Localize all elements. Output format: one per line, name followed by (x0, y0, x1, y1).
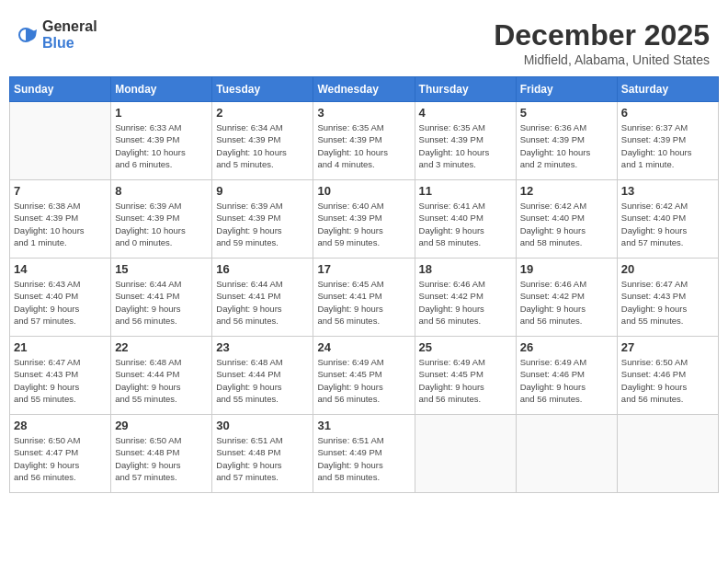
calendar-cell: 6Sunrise: 6:37 AM Sunset: 4:39 PM Daylig… (617, 102, 718, 180)
header: General Blue December 2025 Midfield, Ala… (9, 9, 719, 72)
calendar-cell: 9Sunrise: 6:39 AM Sunset: 4:39 PM Daylig… (212, 180, 313, 259)
day-number: 17 (317, 262, 410, 276)
logo-icon (18, 25, 39, 45)
month-title: December 2025 (494, 18, 710, 52)
calendar-cell: 28Sunrise: 6:50 AM Sunset: 4:47 PM Dayli… (10, 415, 111, 493)
day-number: 20 (621, 262, 714, 276)
calendar-cell: 23Sunrise: 6:48 AM Sunset: 4:44 PM Dayli… (212, 337, 313, 415)
calendar-cell: 12Sunrise: 6:42 AM Sunset: 4:40 PM Dayli… (516, 180, 617, 259)
day-number: 16 (216, 262, 309, 276)
calendar-cell: 20Sunrise: 6:47 AM Sunset: 4:43 PM Dayli… (617, 259, 718, 337)
day-number: 23 (216, 340, 309, 354)
day-info: Sunrise: 6:43 AM Sunset: 4:40 PM Dayligh… (14, 278, 107, 327)
calendar-cell: 2Sunrise: 6:34 AM Sunset: 4:39 PM Daylig… (212, 102, 313, 180)
day-info: Sunrise: 6:50 AM Sunset: 4:48 PM Dayligh… (115, 434, 208, 483)
calendar-cell: 30Sunrise: 6:51 AM Sunset: 4:48 PM Dayli… (212, 415, 313, 493)
day-info: Sunrise: 6:34 AM Sunset: 4:39 PM Dayligh… (216, 121, 309, 170)
day-number: 15 (115, 262, 208, 276)
day-info: Sunrise: 6:47 AM Sunset: 4:43 PM Dayligh… (621, 278, 714, 327)
logo: General Blue (18, 18, 97, 52)
day-info: Sunrise: 6:39 AM Sunset: 4:39 PM Dayligh… (216, 200, 309, 248)
day-number: 1 (115, 106, 208, 120)
day-info: Sunrise: 6:49 AM Sunset: 4:46 PM Dayligh… (520, 356, 613, 405)
day-number: 2 (216, 106, 309, 120)
calendar-cell: 8Sunrise: 6:39 AM Sunset: 4:39 PM Daylig… (111, 180, 212, 259)
logo-blue: Blue (42, 35, 74, 51)
day-info: Sunrise: 6:42 AM Sunset: 4:40 PM Dayligh… (520, 200, 613, 248)
day-info: Sunrise: 6:46 AM Sunset: 4:42 PM Dayligh… (419, 278, 512, 327)
day-number: 21 (14, 340, 107, 354)
page-container: General Blue December 2025 Midfield, Ala… (9, 9, 719, 493)
day-number: 13 (621, 184, 714, 198)
day-number: 10 (317, 184, 410, 198)
day-number: 19 (520, 262, 613, 276)
calendar-cell: 21Sunrise: 6:47 AM Sunset: 4:43 PM Dayli… (10, 337, 111, 415)
day-info: Sunrise: 6:40 AM Sunset: 4:39 PM Dayligh… (317, 200, 410, 248)
calendar-cell: 10Sunrise: 6:40 AM Sunset: 4:39 PM Dayli… (313, 180, 415, 259)
day-info: Sunrise: 6:50 AM Sunset: 4:46 PM Dayligh… (621, 356, 714, 405)
day-number: 12 (520, 184, 613, 198)
day-info: Sunrise: 6:35 AM Sunset: 4:39 PM Dayligh… (317, 121, 410, 170)
day-info: Sunrise: 6:46 AM Sunset: 4:42 PM Dayligh… (520, 278, 613, 327)
day-info: Sunrise: 6:48 AM Sunset: 4:44 PM Dayligh… (115, 356, 208, 405)
day-number: 11 (419, 184, 512, 198)
day-info: Sunrise: 6:49 AM Sunset: 4:45 PM Dayligh… (419, 356, 512, 405)
calendar-cell: 7Sunrise: 6:38 AM Sunset: 4:39 PM Daylig… (10, 180, 111, 259)
day-info: Sunrise: 6:49 AM Sunset: 4:45 PM Dayligh… (317, 356, 410, 405)
day-number: 3 (317, 106, 410, 120)
day-number: 25 (419, 340, 512, 354)
calendar-cell: 29Sunrise: 6:50 AM Sunset: 4:48 PM Dayli… (111, 415, 212, 493)
calendar-cell: 16Sunrise: 6:44 AM Sunset: 4:41 PM Dayli… (212, 259, 313, 337)
day-info: Sunrise: 6:48 AM Sunset: 4:44 PM Dayligh… (216, 356, 309, 405)
day-info: Sunrise: 6:33 AM Sunset: 4:39 PM Dayligh… (115, 121, 208, 170)
day-number: 30 (216, 419, 309, 432)
day-number: 9 (216, 184, 309, 198)
week-row-5: 28Sunrise: 6:50 AM Sunset: 4:47 PM Dayli… (10, 415, 719, 493)
day-info: Sunrise: 6:51 AM Sunset: 4:48 PM Dayligh… (216, 434, 309, 483)
title-area: December 2025 Midfield, Alabama, United … (494, 18, 710, 67)
day-number: 27 (621, 340, 714, 354)
calendar-cell: 13Sunrise: 6:42 AM Sunset: 4:40 PM Dayli… (617, 180, 718, 259)
day-info: Sunrise: 6:35 AM Sunset: 4:39 PM Dayligh… (419, 121, 512, 170)
calendar-cell: 3Sunrise: 6:35 AM Sunset: 4:39 PM Daylig… (313, 102, 415, 180)
day-info: Sunrise: 6:36 AM Sunset: 4:39 PM Dayligh… (520, 121, 613, 170)
header-saturday: Saturday (617, 77, 718, 102)
day-number: 14 (14, 262, 107, 276)
day-info: Sunrise: 6:39 AM Sunset: 4:39 PM Dayligh… (115, 200, 208, 248)
calendar-cell: 17Sunrise: 6:45 AM Sunset: 4:41 PM Dayli… (313, 259, 415, 337)
header-friday: Friday (516, 77, 617, 102)
calendar-cell (617, 415, 718, 493)
calendar-cell: 19Sunrise: 6:46 AM Sunset: 4:42 PM Dayli… (516, 259, 617, 337)
day-number: 24 (317, 340, 410, 354)
calendar-cell: 24Sunrise: 6:49 AM Sunset: 4:45 PM Dayli… (313, 337, 415, 415)
calendar-cell (415, 415, 516, 493)
calendar-cell: 11Sunrise: 6:41 AM Sunset: 4:40 PM Dayli… (415, 180, 516, 259)
calendar-cell: 1Sunrise: 6:33 AM Sunset: 4:39 PM Daylig… (111, 102, 212, 180)
day-number: 6 (621, 106, 714, 120)
week-row-1: 1Sunrise: 6:33 AM Sunset: 4:39 PM Daylig… (10, 102, 719, 180)
calendar-cell: 18Sunrise: 6:46 AM Sunset: 4:42 PM Dayli… (415, 259, 516, 337)
day-info: Sunrise: 6:44 AM Sunset: 4:41 PM Dayligh… (115, 278, 208, 327)
calendar-cell: 26Sunrise: 6:49 AM Sunset: 4:46 PM Dayli… (516, 337, 617, 415)
calendar-table: Sunday Monday Tuesday Wednesday Thursday… (9, 76, 719, 493)
day-number: 31 (317, 419, 410, 432)
calendar-cell: 14Sunrise: 6:43 AM Sunset: 4:40 PM Dayli… (10, 259, 111, 337)
calendar-cell: 5Sunrise: 6:36 AM Sunset: 4:39 PM Daylig… (516, 102, 617, 180)
day-number: 4 (419, 106, 512, 120)
calendar-cell: 25Sunrise: 6:49 AM Sunset: 4:45 PM Dayli… (415, 337, 516, 415)
header-wednesday: Wednesday (313, 77, 415, 102)
day-number: 22 (115, 340, 208, 354)
day-number: 18 (419, 262, 512, 276)
week-row-4: 21Sunrise: 6:47 AM Sunset: 4:43 PM Dayli… (10, 337, 719, 415)
calendar-cell: 31Sunrise: 6:51 AM Sunset: 4:49 PM Dayli… (313, 415, 415, 493)
logo-text: General Blue (42, 18, 97, 52)
day-info: Sunrise: 6:44 AM Sunset: 4:41 PM Dayligh… (216, 278, 309, 327)
week-row-3: 14Sunrise: 6:43 AM Sunset: 4:40 PM Dayli… (10, 259, 719, 337)
day-info: Sunrise: 6:50 AM Sunset: 4:47 PM Dayligh… (14, 434, 107, 483)
day-number: 7 (14, 184, 107, 198)
header-thursday: Thursday (415, 77, 516, 102)
header-tuesday: Tuesday (212, 77, 313, 102)
day-number: 5 (520, 106, 613, 120)
day-number: 28 (14, 419, 107, 432)
day-number: 8 (115, 184, 208, 198)
